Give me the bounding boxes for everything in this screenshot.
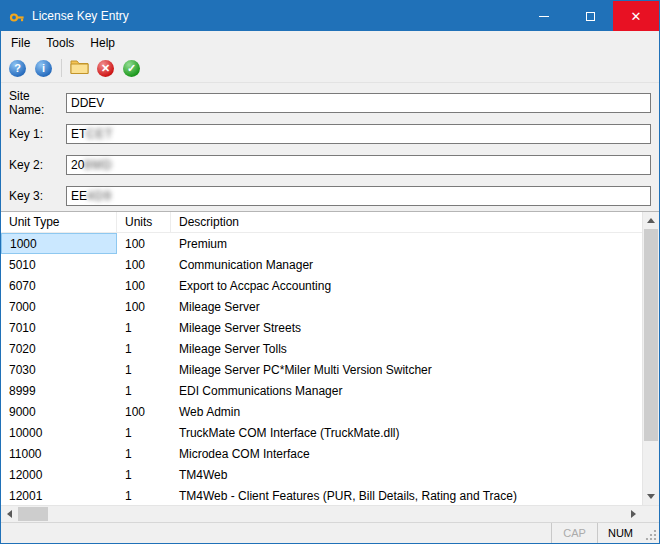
help-button[interactable]: ? [7, 58, 28, 79]
accept-button[interactable]: ✓ [121, 58, 142, 79]
minimize-button[interactable] [521, 1, 567, 31]
statusbar-spacer [1, 523, 551, 543]
site-name-label: Site Name: [9, 89, 66, 117]
key3-input[interactable]: EE4D9 [66, 186, 651, 206]
unit-type-cell: 7000 [1, 296, 117, 317]
info-button[interactable]: i [33, 58, 54, 79]
table-row[interactable]: 110001Microdea COM Interface [1, 443, 659, 464]
units-cell: 1 [117, 359, 171, 380]
table-row[interactable]: 100001TruckMate COM Interface (TruckMate… [1, 422, 659, 443]
units-cell: 1 [117, 380, 171, 401]
scroll-left-button[interactable] [1, 506, 18, 522]
column-header-units[interactable]: Units [117, 212, 171, 232]
table-row[interactable]: 9000100Web Admin [1, 401, 659, 422]
menu-file[interactable]: File [3, 32, 38, 54]
form-area: Site Name: Key 1: ETCET Key 2: 208MD Key… [1, 83, 659, 211]
site-name-row: Site Name: [1, 87, 659, 118]
unit-type-cell: 9000 [1, 401, 117, 422]
key1-label: Key 1: [9, 127, 66, 141]
table-header: Unit Type Units Description [1, 212, 659, 233]
units-cell: 100 [117, 401, 171, 422]
vertical-scrollbar[interactable] [642, 212, 659, 505]
key2-label: Key 2: [9, 158, 66, 172]
scroll-up-button[interactable] [643, 212, 659, 229]
units-cell: 100 [117, 254, 171, 275]
arrow-right-icon [631, 510, 636, 518]
unit-type-cell: 12000 [1, 464, 117, 485]
key2-redacted-text: 8MD [84, 158, 112, 172]
key1-visible-text: ET [71, 127, 86, 141]
unit-type-cell: 7020 [1, 338, 117, 359]
cancel-icon: ✕ [97, 60, 114, 77]
menu-help[interactable]: Help [82, 32, 123, 54]
table-body: 1000100Premium5010100Communication Manag… [1, 233, 659, 505]
key3-label: Key 3: [9, 189, 66, 203]
units-cell: 1 [117, 338, 171, 359]
key2-visible-text: 20 [71, 158, 84, 172]
column-header-description[interactable]: Description [171, 212, 659, 232]
description-cell: Premium [171, 233, 659, 254]
close-button[interactable]: ✕ [613, 1, 659, 31]
table-row[interactable]: 70301Mileage Server PC*Miler Multi Versi… [1, 359, 659, 380]
units-cell: 1 [117, 485, 171, 505]
unit-type-cell: 10000 [1, 422, 117, 443]
caps-lock-indicator: CAP [551, 523, 597, 543]
table-row[interactable]: 89991EDI Communications Manager [1, 380, 659, 401]
help-icon: ? [9, 60, 26, 77]
units-cell: 1 [117, 464, 171, 485]
titlebar[interactable]: License Key Entry ✕ [1, 1, 659, 31]
description-cell: TruckMate COM Interface (TruckMate.dll) [171, 422, 659, 443]
minimize-icon [539, 16, 549, 17]
table-row[interactable]: 5010100Communication Manager [1, 254, 659, 275]
app-icon [9, 8, 25, 24]
horizontal-scrollbar-track[interactable] [48, 506, 625, 522]
scroll-right-button[interactable] [625, 506, 642, 522]
description-cell: EDI Communications Manager [171, 380, 659, 401]
unit-type-cell: 12001 [1, 485, 117, 505]
arrow-up-icon [647, 218, 655, 223]
key2-input[interactable]: 208MD [66, 155, 651, 175]
units-cell: 100 [117, 233, 171, 254]
close-icon: ✕ [631, 10, 642, 23]
accept-icon: ✓ [123, 60, 140, 77]
description-cell: Web Admin [171, 401, 659, 422]
menu-tools[interactable]: Tools [38, 32, 82, 54]
table-row[interactable]: 120011TM4Web - Client Features (PUR, Bil… [1, 485, 659, 505]
description-cell: TM4Web - Client Features (PUR, Bill Deta… [171, 485, 659, 505]
toolbar-separator [61, 59, 62, 77]
maximize-button[interactable] [567, 1, 613, 31]
table-row[interactable]: 70201Mileage Server Tolls [1, 338, 659, 359]
toolbar: ? i ✕ ✓ [1, 54, 659, 83]
table-row[interactable]: 70101Mileage Server Streets [1, 317, 659, 338]
description-cell: Communication Manager [171, 254, 659, 275]
table-row[interactable]: 6070100Export to Accpac Accounting [1, 275, 659, 296]
horizontal-scrollbar[interactable] [1, 505, 659, 522]
site-name-input[interactable] [66, 93, 651, 113]
maximize-icon [586, 12, 595, 21]
column-header-unit-type[interactable]: Unit Type [1, 212, 117, 232]
statusbar: CAP NUM [1, 522, 659, 543]
arrow-down-icon [647, 494, 655, 499]
unit-type-cell: 1000 [1, 233, 117, 254]
description-cell: Mileage Server PC*Miler Multi Version Sw… [171, 359, 659, 380]
scroll-down-button[interactable] [643, 488, 659, 505]
horizontal-scrollbar-thumb[interactable] [18, 507, 48, 521]
units-cell: 100 [117, 296, 171, 317]
description-cell: Mileage Server [171, 296, 659, 317]
window-title: License Key Entry [32, 9, 129, 23]
key1-row: Key 1: ETCET [1, 118, 659, 149]
vertical-scrollbar-track[interactable] [643, 229, 659, 488]
open-license-button[interactable] [69, 58, 90, 79]
table-row[interactable]: 1000100Premium [1, 233, 659, 254]
units-cell: 1 [117, 422, 171, 443]
resize-grip[interactable] [643, 523, 659, 543]
scrollbar-corner [642, 506, 659, 522]
key1-input[interactable]: ETCET [66, 124, 651, 144]
table-row[interactable]: 120001TM4Web [1, 464, 659, 485]
unit-type-cell: 7010 [1, 317, 117, 338]
key3-redacted-text: 4D9 [87, 189, 112, 203]
vertical-scrollbar-thumb[interactable] [644, 229, 658, 441]
arrow-left-icon [7, 510, 12, 518]
cancel-button[interactable]: ✕ [95, 58, 116, 79]
table-row[interactable]: 7000100Mileage Server [1, 296, 659, 317]
